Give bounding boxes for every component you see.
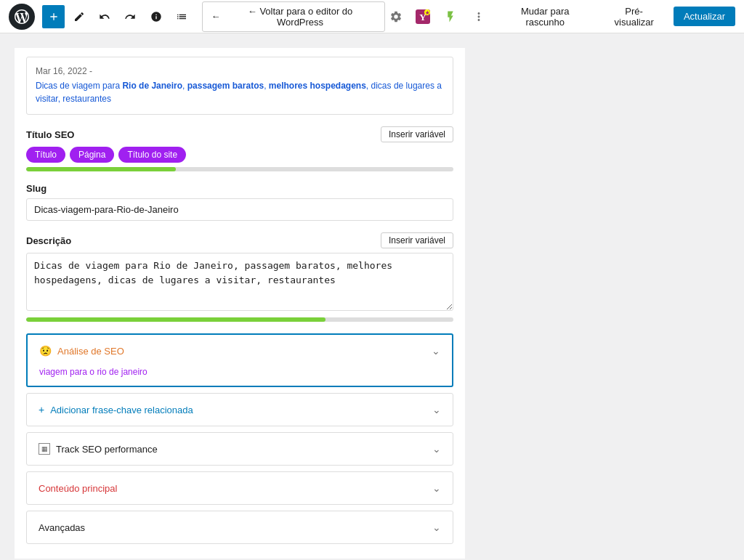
back-label: ← Voltar para o editor do WordPress xyxy=(225,6,376,28)
description-section: Descrição Inserir variável Dicas de viag… xyxy=(26,232,453,322)
back-to-editor-button[interactable]: ← ← Voltar para o editor do WordPress xyxy=(202,1,385,32)
pill-titulo-site[interactable]: Título do site xyxy=(118,147,186,163)
kw-highlight-1: Rio de Janeiro xyxy=(122,81,182,91)
related-keyword-chevron: ⌄ xyxy=(432,404,441,415)
track-seo-section: ▦ Track SEO performance ⌄ xyxy=(26,432,453,466)
yoast-icon[interactable]: Y ★ xyxy=(413,7,433,27)
toolbar-right: Y ★ Mudar para rascunho Pré-visualizar A… xyxy=(385,3,735,31)
related-keyword-header[interactable]: + Adicionar frase-chave relacionada ⌄ xyxy=(27,394,453,426)
seo-title-progress xyxy=(26,167,453,171)
related-keyword-title-row: + Adicionar frase-chave relacionada xyxy=(39,404,193,415)
slug-label: Slug xyxy=(26,183,46,194)
description-insert-var-label: Inserir variável xyxy=(389,235,445,245)
track-seo-header[interactable]: ▦ Track SEO performance ⌄ xyxy=(27,433,453,465)
publish-label: Actualizar xyxy=(684,11,725,22)
editor-area: Mar 16, 2022 - Dicas de viagem para Rio … xyxy=(0,33,744,560)
avancadas-header[interactable]: Avançadas ⌄ xyxy=(27,511,453,543)
seo-title-label: Título SEO xyxy=(26,129,74,140)
description-progress xyxy=(26,317,453,322)
seo-analysis-chevron: ⌄ xyxy=(432,345,440,357)
undo-button[interactable] xyxy=(94,5,116,28)
seo-title-pills: Título Página Título do site xyxy=(26,147,453,163)
related-keyword-label: Adicionar frase-chave relacionada xyxy=(50,405,193,415)
seo-title-section: Título SEO Inserir variável Título Págin… xyxy=(26,126,453,171)
main-wrapper: Mar 16, 2022 - Dicas de viagem para Rio … xyxy=(0,33,744,560)
avancadas-title-row: Avançadas xyxy=(39,522,85,533)
seo-panel: Mar 16, 2022 - Dicas de viagem para Rio … xyxy=(15,48,465,559)
snippet-preview: Mar 16, 2022 - Dicas de viagem para Rio … xyxy=(26,57,453,115)
seo-title-progress-fill xyxy=(26,167,176,171)
more-options-button[interactable] xyxy=(467,5,490,28)
lightning-icon-button[interactable] xyxy=(439,5,461,28)
snippet-date: Mar 16, 2022 - xyxy=(36,66,444,76)
top-bar: ← ← Voltar para o editor do WordPress Y … xyxy=(0,0,744,33)
slug-input[interactable] xyxy=(26,198,453,221)
seo-analysis-subtitle-text: viagem para o rio de janeiro xyxy=(39,367,147,377)
add-related-icon: + xyxy=(39,404,44,415)
slug-label-row: Slug xyxy=(26,183,453,194)
add-button[interactable] xyxy=(42,5,65,28)
conteudo-label: Conteúdo principal xyxy=(39,483,117,494)
seo-analysis-header[interactable]: 😟 Análise de SEO ⌄ xyxy=(28,335,452,367)
seo-title-insert-var-label: Inserir variável xyxy=(389,129,445,139)
toolbar-left: ← ← Voltar para o editor do WordPress xyxy=(9,1,385,32)
info-button[interactable] xyxy=(145,5,167,28)
avancadas-section: Avançadas ⌄ xyxy=(26,511,453,544)
conteudo-title-row: Conteúdo principal xyxy=(39,483,117,494)
seo-analysis-title-row: 😟 Análise de SEO xyxy=(39,345,124,357)
description-textarea[interactable]: Dicas de viagem para Rio de Janeiro, pas… xyxy=(26,253,453,311)
seo-analysis-label: Análise de SEO xyxy=(57,346,124,357)
settings-icon-button[interactable] xyxy=(385,5,408,28)
svg-text:★: ★ xyxy=(425,10,430,15)
back-arrow-icon: ← xyxy=(211,11,221,22)
track-seo-label: Track SEO performance xyxy=(56,444,158,455)
avancadas-label: Avançadas xyxy=(39,522,85,533)
kw-highlight-3: melhores hospedagens xyxy=(269,81,366,91)
track-seo-chevron: ⌄ xyxy=(432,443,441,455)
kw-highlight-2: passagem baratos xyxy=(187,81,264,91)
description-label: Descrição xyxy=(26,235,71,246)
track-seo-icon: ▦ xyxy=(39,443,50,455)
related-keyword-section: + Adicionar frase-chave relacionada ⌄ xyxy=(26,393,453,426)
seo-title-insert-var-button[interactable]: Inserir variável xyxy=(381,126,453,142)
list-view-button[interactable] xyxy=(170,5,193,28)
description-progress-fill xyxy=(26,317,326,322)
track-seo-title-row: ▦ Track SEO performance xyxy=(39,443,158,455)
conteudo-header[interactable]: Conteúdo principal ⌄ xyxy=(27,472,453,504)
mudar-rascunho-button[interactable]: Mudar para rascunho xyxy=(496,3,594,31)
seo-analysis-emoji: 😟 xyxy=(39,345,52,357)
slug-section: Slug xyxy=(26,183,453,221)
conteudo-section: Conteúdo principal ⌄ xyxy=(26,471,453,505)
preview-label: Pré-visualizar xyxy=(615,6,654,28)
conteudo-chevron: ⌄ xyxy=(432,482,441,494)
edit-button[interactable] xyxy=(68,5,90,28)
description-insert-var-button[interactable]: Inserir variável xyxy=(381,232,453,248)
redo-button[interactable] xyxy=(119,5,142,28)
avancadas-chevron: ⌄ xyxy=(432,522,441,533)
pill-pagina[interactable]: Página xyxy=(70,147,114,163)
seo-analysis-subtitle: viagem para o rio de janeiro xyxy=(28,367,452,386)
description-label-row: Descrição Inserir variável xyxy=(26,232,453,248)
seo-analysis-section: 😟 Análise de SEO ⌄ viagem para o rio de … xyxy=(26,333,453,387)
wordpress-logo[interactable] xyxy=(9,4,35,30)
mudar-label: Mudar para rascunho xyxy=(521,6,569,28)
publish-button[interactable]: Actualizar xyxy=(674,7,735,26)
pill-titulo[interactable]: Título xyxy=(26,147,65,163)
seo-title-label-row: Título SEO Inserir variável xyxy=(26,126,453,142)
snippet-keywords: Dicas de viagem para Rio de Janeiro, pas… xyxy=(36,79,444,105)
snippet-date-text: Mar 16, 2022 - xyxy=(36,66,92,76)
preview-button[interactable]: Pré-visualizar xyxy=(600,3,668,31)
